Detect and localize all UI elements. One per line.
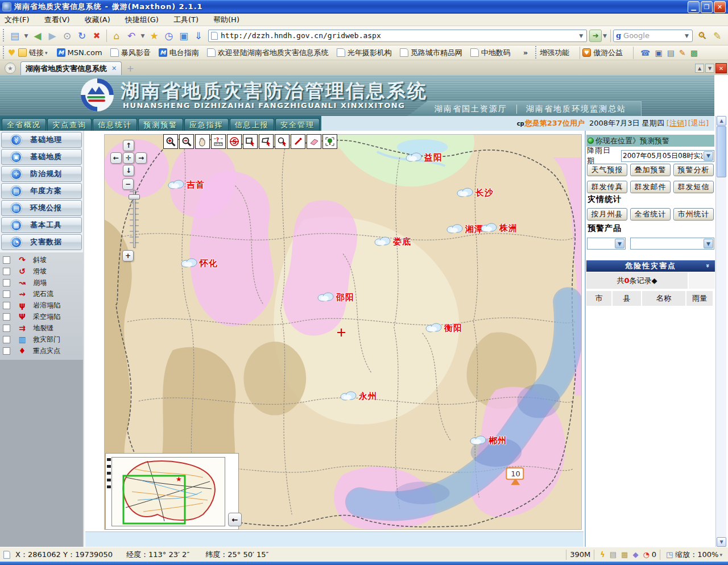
tab-scroll-down-icon[interactable]: ▼: [705, 64, 714, 73]
layer-checkbox[interactable]: [3, 325, 10, 332]
panel-button-按月州县[interactable]: 按月州县: [587, 208, 627, 221]
panel-button-群发传真[interactable]: 群发传真: [587, 181, 627, 193]
new-window-icon[interactable]: ▩: [621, 550, 628, 559]
refresh-icon[interactable]: ↻: [75, 28, 89, 43]
browser-window-icon[interactable]: ▣: [655, 48, 662, 57]
panel-button-叠加预警[interactable]: 叠加预警: [630, 164, 671, 176]
new-tab-button[interactable]: +: [125, 63, 135, 73]
org-link-2[interactable]: 湖南省地质环境监测总站: [526, 104, 626, 114]
download-icon[interactable]: ⇓: [191, 28, 206, 43]
chevrons-icon[interactable]: »: [704, 263, 712, 268]
menu-item-3[interactable]: 快捷组(G): [125, 14, 166, 26]
pan-right-button[interactable]: →: [135, 152, 147, 164]
dropdown-arrow-icon[interactable]: ▼: [22, 28, 30, 43]
zoom-slider-handle[interactable]: [129, 194, 140, 200]
nav-tab-0[interactable]: 全省概况: [2, 118, 46, 131]
search-box[interactable]: g Google ▼: [613, 30, 693, 42]
overview-map-image[interactable]: ★: [111, 457, 225, 526]
menu-item-1[interactable]: 查看(V): [44, 14, 77, 26]
pan-down-button[interactable]: ↓: [123, 165, 134, 176]
select-circle-icon[interactable]: [275, 134, 289, 149]
panel-button-全省统计[interactable]: 全省统计: [630, 208, 671, 221]
panel-button-天气预报[interactable]: 天气预报: [587, 164, 627, 176]
star-icon[interactable]: ★: [5, 63, 16, 74]
minimize-button[interactable]: ▁: [688, 1, 700, 13]
zoom-out-icon[interactable]: [179, 134, 194, 149]
address-dropdown-icon[interactable]: ▼: [578, 33, 584, 39]
heart-icon[interactable]: ♥: [7, 48, 16, 57]
history-clock-icon[interactable]: ◷: [162, 28, 176, 43]
link-maxthon-charity[interactable]: ♥ 傲游公益: [582, 48, 623, 58]
link-item-7[interactable]: 中地数码: [470, 48, 511, 58]
chevron-down-icon[interactable]: ▼: [615, 239, 624, 248]
restore-button[interactable]: ❐: [701, 1, 713, 13]
link-item-1[interactable]: MMSN.com: [57, 48, 102, 57]
zoom-in-button[interactable]: +: [122, 250, 134, 261]
pan-icon[interactable]: [195, 134, 210, 149]
product-select-1[interactable]: ▼: [587, 238, 626, 250]
scroll-up-icon[interactable]: ▲: [717, 116, 726, 126]
full-extent-icon[interactable]: [322, 134, 337, 149]
magic-wand-icon[interactable]: ★: [147, 28, 162, 43]
home-icon[interactable]: ⌂: [109, 28, 124, 43]
org-link-1[interactable]: 湖南省国土资源厅: [435, 104, 507, 114]
panel-button-市州统计[interactable]: 市州统计: [673, 208, 714, 221]
chevron-down-icon[interactable]: ▼: [704, 151, 713, 161]
dropdown-icon[interactable]: ⊙: [60, 28, 75, 43]
scroll-down-icon[interactable]: ▼: [717, 537, 726, 547]
danger-points-header[interactable]: 危险性灾害点 »: [586, 260, 715, 272]
link-item-0[interactable]: 链接▾: [18, 48, 49, 58]
sidebar-section-2[interactable]: ✛防治规划: [1, 166, 82, 182]
measure-icon[interactable]: ?: [211, 134, 226, 149]
more-links-chevron[interactable]: »: [523, 48, 528, 57]
nav-tab-1[interactable]: 灾点查询: [47, 118, 92, 131]
eraser-icon[interactable]: [307, 134, 321, 149]
layer-checkbox[interactable]: [3, 302, 10, 309]
sidebar-section-4[interactable]: ▤环境公报: [1, 200, 82, 216]
link-enhance[interactable]: 增强功能: [540, 48, 569, 58]
blocked-count-icon[interactable]: ◔: [643, 550, 649, 559]
window-switch-icon[interactable]: ▣: [176, 28, 191, 43]
sidebar-section-0[interactable]: ≫基础地理: [1, 132, 82, 148]
select-polygon-icon[interactable]: [259, 134, 274, 149]
layer-checkbox[interactable]: [3, 256, 10, 264]
pan-center-button[interactable]: ✛: [123, 152, 134, 164]
layer-checkbox[interactable]: [3, 268, 10, 275]
go-button[interactable]: ➔: [589, 30, 602, 42]
link-item-3[interactable]: M电台指南: [159, 48, 199, 58]
zoom-out-button[interactable]: −: [122, 178, 134, 190]
brush-icon[interactable]: ✎: [679, 48, 686, 57]
scrollbar-thumb[interactable]: [717, 126, 726, 177]
sidebar-section-3[interactable]: ▤年度方案: [1, 183, 82, 199]
nav-tab-6[interactable]: 安全管理: [275, 118, 320, 131]
forward-icon[interactable]: ▶: [45, 28, 60, 43]
nav-tab-3[interactable]: 预测预警: [138, 118, 183, 131]
layer-checkbox[interactable]: [3, 347, 10, 355]
zoom-in-icon[interactable]: [163, 134, 178, 149]
layer-checkbox[interactable]: [3, 290, 10, 298]
sidebar-section-5[interactable]: ▦基本工具: [1, 217, 82, 233]
panel-button-群发邮件[interactable]: 群发邮件: [630, 181, 671, 193]
dropdown-arrow-icon[interactable]: ▼: [139, 28, 147, 43]
tab-close-icon[interactable]: ✕: [111, 65, 117, 72]
sidebar-section-1[interactable]: ▣基础地质: [1, 149, 82, 165]
nav-tab-5[interactable]: 信息上报: [230, 118, 274, 131]
contact-icon[interactable]: ☎: [640, 48, 650, 57]
scale-icon[interactable]: S: [227, 134, 242, 149]
panel-button-群发短信[interactable]: 群发短信: [673, 181, 714, 193]
link-item-6[interactable]: 觅路城市精品网: [400, 48, 462, 58]
pan-up-button[interactable]: ↑: [123, 140, 134, 151]
link-item-4[interactable]: 欢迎登陆湖南省地质灾害信息系统: [207, 48, 329, 58]
sidebar-section-6[interactable]: ◔灾害数据: [1, 234, 82, 250]
vertical-scrollbar[interactable]: ▲ ▼: [715, 116, 726, 547]
resize-icon[interactable]: ◳: [666, 550, 673, 559]
diamond-icon[interactable]: ◆: [632, 550, 638, 559]
stop-icon[interactable]: ✖: [89, 28, 104, 43]
zoom-dropdown-icon[interactable]: ▾: [718, 552, 723, 558]
logout-link[interactable]: [注销]: [667, 118, 687, 128]
close-tab-button[interactable]: ✕: [715, 63, 727, 73]
draw-point-icon[interactable]: [291, 134, 305, 149]
new-page-icon[interactable]: ▤: [7, 28, 22, 43]
notebook-icon[interactable]: ▤: [667, 48, 675, 57]
select-rect-icon[interactable]: [243, 134, 258, 149]
